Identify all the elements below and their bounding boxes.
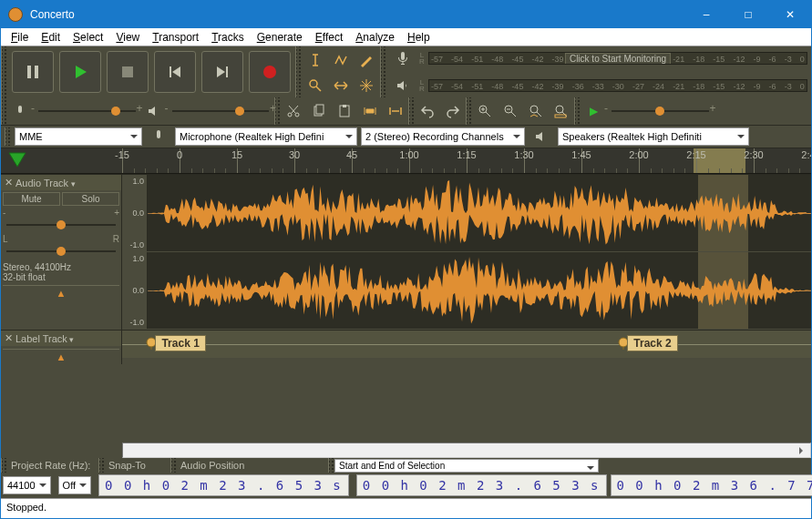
track-close-icon[interactable]: ✕ [3,332,14,344]
track-pan-slider[interactable] [6,244,116,259]
track-name-dropdown[interactable]: Audio Track [15,178,76,188]
track-label-text[interactable]: Track 2 [627,335,677,351]
record-button[interactable] [249,51,291,93]
multi-button[interactable] [355,74,378,97]
zoom-button[interactable] [303,74,327,97]
selection-toolbar: Project Rate (Hz): Snap-To Audio Positio… [1,458,811,498]
track-name-dropdown[interactable]: Label Track [15,333,74,344]
undo-button[interactable] [416,99,439,123]
snap-to-value: Off [63,480,76,491]
status-bar: Stopped. [1,498,811,518]
cut-button[interactable] [282,99,305,123]
menu-edit[interactable]: Edit [35,29,67,46]
svg-point-6 [310,80,317,87]
svg-rect-10 [316,105,324,114]
menu-select[interactable]: Select [67,29,109,46]
playhead-triangle-icon[interactable] [8,152,26,170]
recording-meter[interactable]: -57-54-51-48-45-42-39-36-33-30-27-24-21-… [428,52,807,65]
playback-device-combo[interactable]: Speakers (Realtek High Definiti [558,127,749,146]
audio-track-body[interactable]: 1.00.0-1.0 1.00.0-1.0 [122,175,811,330]
track-collapse-button[interactable]: ▲ [3,349,119,362]
mute-button[interactable]: Mute [3,192,60,206]
ruler-tick-label: 2:00 [629,149,648,160]
zoom-fit-button[interactable] [550,99,573,123]
track-gain-slider[interactable] [6,218,116,232]
recording-device-value: Microphone (Realtek High Defini [180,131,324,142]
playback-volume-slider[interactable]: -+ [172,104,270,118]
paste-button[interactable] [333,99,356,123]
click-to-monitor-text[interactable]: Click to Start Monitoring [565,53,671,65]
solo-button[interactable]: Solo [62,192,119,206]
pause-button[interactable] [12,51,54,93]
envelope-button[interactable] [329,48,353,72]
copy-button[interactable] [307,99,331,123]
selection-end-display[interactable]: 0 0 h 0 2 m 3 6 . 7 7 6 s [611,474,812,496]
playback-meter[interactable]: -57-54-51-48-45-42-39-36-33-30-27-24-21-… [428,79,807,92]
ibeam-button[interactable] [303,48,327,72]
timeline-ruler[interactable]: -1501530451:001:151:301:452:002:152:302:… [1,148,811,174]
menu-view[interactable]: View [109,29,146,46]
menu-effect[interactable]: Effect [309,29,349,46]
draw-button[interactable] [355,48,378,72]
track-label[interactable]: Track 1 [146,335,205,351]
track-collapse-button[interactable]: ▲ [3,285,119,299]
label-track-header[interactable]: ✕Label Track ▲ [1,331,122,364]
menu-analyze[interactable]: Analyze [349,29,401,46]
audio-host-combo[interactable]: MME [15,127,142,146]
time-shift-button[interactable] [329,74,353,97]
play-at-speed-button[interactable]: ▶ [581,99,605,123]
skip-start-button[interactable] [154,51,196,93]
window-minimize-button[interactable]: – [685,1,727,28]
svg-point-15 [530,106,538,113]
svg-rect-17 [555,115,566,117]
snap-to-combo[interactable]: Off [58,476,91,494]
audio-position-display[interactable]: 0 0 h 0 2 m 2 3 . 6 5 3 s [98,474,349,496]
speaker-meter-icon[interactable] [391,74,415,97]
menu-help[interactable]: Help [401,29,437,46]
selection-mode-combo[interactable]: Start and End of Selection [334,459,599,473]
play-button[interactable] [59,51,101,93]
recording-volume-slider[interactable]: -+ [38,104,136,118]
menu-tracks[interactable]: Tracks [205,29,251,46]
window-title: Concerto [30,8,685,21]
meter-lr-label: LR [417,79,427,92]
menu-transport[interactable]: Transport [146,29,205,46]
svg-rect-1 [35,66,38,78]
waveform-channel-right[interactable]: 1.00.0-1.0 [122,252,811,330]
window-maximize-button[interactable]: □ [727,1,769,28]
selection-start-display[interactable]: 0 0 h 0 2 m 2 3 . 6 5 3 s [356,474,607,496]
waveform-channel-left[interactable]: 1.00.0-1.0 [122,175,811,252]
silence-button[interactable] [384,99,407,123]
ruler-tick-label: 1:30 [514,149,533,160]
project-rate-combo[interactable]: 44100 [3,476,51,494]
stop-button[interactable] [107,51,149,93]
menu-generate[interactable]: Generate [251,29,309,46]
playback-speed-slider[interactable]: -+ [612,104,709,118]
recording-device-combo[interactable]: Microphone (Realtek High Defini [175,127,357,146]
redo-button[interactable] [441,99,465,123]
project-rate-label: Project Rate (Hz): [7,460,98,471]
audio-track-header[interactable]: ✕Audio Track MuteSolo -+ LR Stereo, 4410… [1,175,122,330]
trim-button[interactable] [358,99,382,123]
ruler-tick-label: 0 [177,149,182,160]
svg-point-16 [556,106,563,113]
svg-rect-12 [343,105,346,107]
menu-file[interactable]: File [5,29,35,46]
horizontal-scrollbar[interactable] [122,443,811,458]
zoom-sel-button[interactable] [524,99,548,123]
track-label-text[interactable]: Track 1 [155,335,205,351]
skip-end-button[interactable] [201,51,243,93]
window-titlebar: Concerto – □ ✕ [1,1,811,28]
ruler-tick-label: 45 [346,149,357,160]
track-close-icon[interactable]: ✕ [3,177,14,188]
waveform-scale: 1.00.0-1.0 [122,252,148,329]
track-label[interactable]: Track 2 [618,335,677,351]
svg-rect-3 [170,66,171,77]
zoom-in-button[interactable] [473,99,497,123]
zoom-out-button[interactable] [499,99,522,123]
label-track-body[interactable]: Track 1Track 2 [122,331,811,358]
window-close-button[interactable]: ✕ [769,1,811,28]
tracks-panel: ✕Audio Track MuteSolo -+ LR Stereo, 4410… [1,174,811,443]
recording-channels-combo[interactable]: 2 (Stereo) Recording Channels [361,127,525,146]
mic-meter-icon[interactable] [391,46,415,70]
